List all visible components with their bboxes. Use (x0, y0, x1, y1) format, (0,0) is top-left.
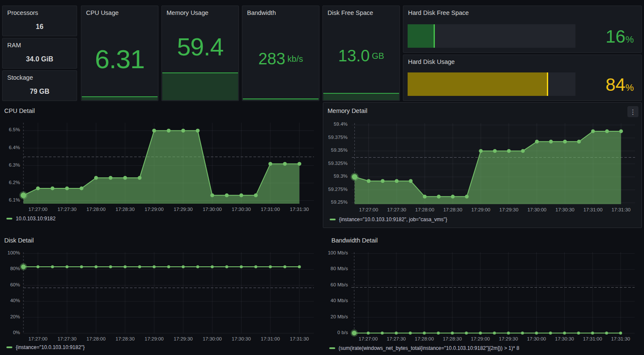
stat-value: 16 (3, 23, 77, 31)
panel-title[interactable]: Processors (7, 9, 38, 16)
x-axis-tick-label: 17:31:30 (285, 336, 314, 341)
legend-item[interactable]: {instance="10.0.103.10:9182"} (6, 344, 85, 350)
bar-gauge-fill (408, 72, 548, 96)
stat-unit: kb/s (288, 54, 303, 64)
x-axis-tick-label: 17:28:00 (410, 336, 439, 341)
x-axis-tick-label: 17:30:30 (227, 207, 256, 212)
panel-title[interactable]: RAM (7, 42, 21, 49)
x-axis-tick-label: 17:27:00 (23, 336, 52, 341)
gauge-value: 16% (606, 26, 634, 47)
y-axis-tick-label: 60 Mb/s (331, 282, 348, 287)
panel-title[interactable]: Hard Disk Usage (408, 58, 455, 65)
panel-hd-usage: Hard Disk Usage 84% (403, 55, 642, 101)
y-axis-tick-label: 20% (10, 314, 20, 319)
x-axis-tick-label: 17:31:00 (578, 207, 607, 212)
y-axis-tick-label: 40 Mb/s (331, 298, 348, 303)
stat-value: 13.0 (338, 47, 370, 65)
x-axis-tick-label: 17:28:00 (82, 336, 111, 341)
bar-gauge-fill (408, 24, 435, 48)
stat-value: 34.0 GiB (3, 55, 77, 63)
y-axis-tick-label: 59.35% (331, 147, 348, 153)
panel-bandwidth: Bandwidth 283 kb/s (242, 6, 319, 101)
x-axis-tick-label: 17:27:00 (354, 207, 383, 212)
y-axis-tick-label: 100 Mb/s (328, 250, 348, 255)
bar-gauge-track (408, 24, 575, 48)
x-axis-tick-label: 17:31:30 (607, 207, 635, 212)
x-axis-tick-label: 17:27:30 (52, 207, 81, 212)
y-axis-tick-label: 6.5% (9, 127, 20, 132)
cpu-detail-plot[interactable] (23, 123, 314, 204)
y-axis-tick-label: 80 Mb/s (331, 266, 348, 271)
x-axis-tick-label: 17:28:30 (111, 207, 140, 212)
x-axis-tick-label: 17:30:30 (550, 207, 579, 212)
legend-item[interactable]: (sum(irate(windows_net_bytes_total{insta… (329, 345, 519, 351)
panel-title[interactable]: CPU Detail (4, 107, 35, 114)
panel-title[interactable]: Memory Detail (328, 107, 367, 114)
y-axis-tick-label: 60% (10, 282, 20, 287)
panel-title[interactable]: Memory Usage (167, 9, 208, 16)
x-axis-tick-label: 17:29:30 (169, 207, 198, 212)
y-axis-tick-label: 59.25% (331, 199, 348, 205)
y-axis-tick-label: 20 Mb/s (331, 314, 348, 319)
x-axis-tick-label: 17:29:30 (169, 336, 198, 341)
panel-title[interactable]: Stockage (7, 74, 33, 81)
x-axis-tick-label: 17:30:00 (522, 336, 551, 341)
panel-menu-icon[interactable]: ⋮ (627, 106, 638, 117)
x-axis-tick-label: 17:31:30 (606, 336, 635, 341)
panel-disk-free: Disk Free Space 13.0 GB (322, 6, 400, 101)
x-axis-tick-label: 17:29:00 (140, 336, 169, 341)
y-axis-tick-label: 59.275% (328, 187, 348, 192)
disk-detail-plot[interactable] (23, 252, 314, 333)
panel-memory-usage: 59.4 Memory Usage (161, 6, 239, 101)
panel-memory-detail: Memory Detail ⋮ 59.25%59.275%59.3%59.325… (323, 102, 642, 228)
legend-swatch-icon (329, 347, 335, 349)
bandwidth-detail-plot[interactable] (351, 252, 635, 333)
x-axis-tick-label: 17:31:00 (256, 336, 285, 341)
y-axis-tick-label: 6.4% (9, 145, 20, 150)
panel-ram: RAM 34.0 GiB (2, 38, 77, 69)
panel-title[interactable]: Bandwidth Detail (331, 237, 378, 244)
x-axis-tick-label: 17:30:30 (550, 336, 579, 341)
legend-item[interactable]: 10.0.103.10:9182 (6, 216, 55, 222)
panel-stockage: Stockage 79 GB (2, 70, 77, 101)
y-axis-tick-label: 59.375% (328, 135, 348, 140)
x-axis-tick-label: 17:30:00 (523, 207, 552, 212)
x-axis-tick-label: 17:31:30 (285, 207, 314, 212)
legend-label: {instance="10.0.103.10:9182"} (16, 344, 85, 350)
x-axis-tick-label: 17:28:00 (410, 207, 439, 212)
stat-value: 6.31 (95, 44, 145, 74)
panel-disk-detail: Disk Detail 0%20%40%60%80%100% 17:27:001… (0, 234, 319, 355)
x-axis-tick-label: 17:28:30 (438, 336, 467, 341)
x-axis-tick-label: 17:27:30 (382, 336, 411, 341)
x-axis-tick-label: 17:27:00 (354, 336, 383, 341)
sparkline (162, 72, 238, 100)
x-axis-tick-label: 17:28:00 (82, 207, 111, 212)
x-axis-tick-label: 17:27:00 (23, 207, 52, 212)
gauge-value: 84% (606, 75, 634, 95)
grafana-dashboard: Processors 16 RAM 34.0 GiB Stockage 79 G… (0, 0, 644, 355)
x-axis-tick-label: 17:29:30 (494, 336, 523, 341)
panel-cpu-detail: CPU Detail 6.1%6.2%6.3%6.4%6.5% 17:27:00… (0, 105, 319, 228)
legend-label: {instance="10.0.103.10:9182", job="casa_… (339, 216, 447, 222)
x-axis-tick-label: 17:27:30 (382, 207, 411, 212)
legend-item[interactable]: {instance="10.0.103.10:9182", job="casa_… (330, 216, 447, 222)
panel-title[interactable]: Disk Detail (4, 237, 34, 244)
x-axis-tick-label: 17:31:00 (256, 207, 285, 212)
panel-title[interactable]: Hard Disk Free Space (408, 9, 469, 16)
y-axis-tick-label: 40% (10, 298, 20, 303)
legend-label: (sum(irate(windows_net_bytes_total{insta… (339, 345, 519, 351)
x-axis-tick-label: 17:30:00 (198, 336, 227, 341)
y-axis-tick-label: 59.325% (328, 161, 348, 166)
sparkline (323, 93, 399, 100)
bar-gauge-track (408, 72, 575, 96)
memory-detail-plot[interactable] (352, 123, 635, 204)
panel-bandwidth-detail: Bandwidth Detail 0 b/s20 Mb/s40 Mb/s60 M… (323, 234, 642, 355)
panel-hd-free: Hard Disk Free Space 16% (403, 6, 642, 53)
bar-gauge-cap (547, 72, 548, 96)
x-axis-tick-label: 17:28:30 (438, 207, 467, 212)
x-axis-tick-label: 17:29:00 (466, 207, 495, 212)
x-axis-tick-label: 17:29:00 (466, 336, 495, 341)
bar-gauge-cap (434, 24, 435, 48)
stat-value: 283 (258, 50, 285, 68)
legend-label: 10.0.103.10:9182 (16, 216, 55, 222)
